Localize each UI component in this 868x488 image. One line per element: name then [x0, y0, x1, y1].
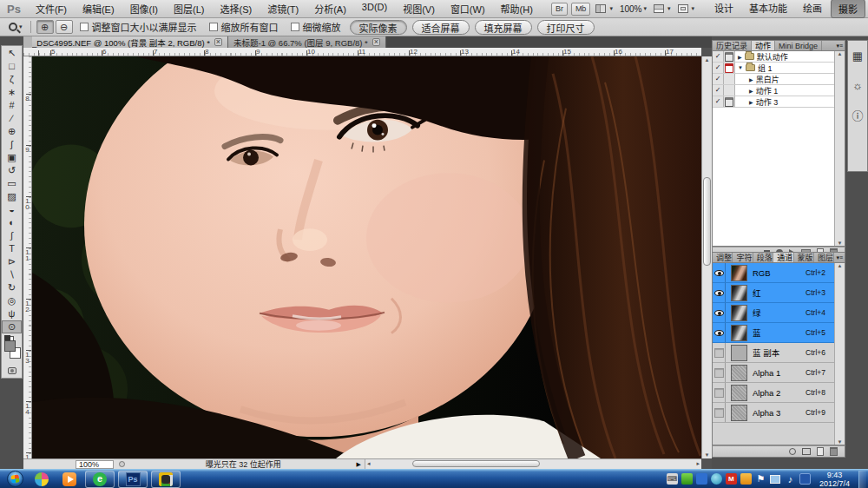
- channel-blue-copy[interactable]: 蓝 副本 Ctrl+6: [713, 343, 834, 363]
- status-menu-icon[interactable]: ▶: [357, 461, 361, 468]
- healing-brush-tool[interactable]: ⊕: [2, 125, 22, 138]
- document-tab-untitled-1[interactable]: 未标题-1 @ 66.7% (图层 9, RGB/8) * ×: [228, 36, 386, 48]
- brush-tool[interactable]: ʃ: [2, 138, 22, 151]
- action-black-white[interactable]: ✓ ▶ 黑白片: [713, 74, 834, 85]
- taskbar-icon-pptv[interactable]: [57, 471, 82, 488]
- lasso-tool[interactable]: ζ: [2, 73, 22, 86]
- scroll-up-icon[interactable]: ▲: [702, 57, 712, 63]
- visibility-toggle[interactable]: [713, 263, 726, 282]
- eraser-tool[interactable]: ▭: [2, 177, 22, 190]
- screen-mode-button[interactable]: ▾: [678, 4, 695, 13]
- tab-channels[interactable]: 通道: [773, 253, 793, 262]
- channel-green[interactable]: 绿 Ctrl+4: [713, 303, 834, 323]
- status-zoom-field[interactable]: 100%: [76, 460, 114, 469]
- action-set-default[interactable]: ✓ ▶ 默认动作: [713, 51, 834, 63]
- workspace-photography[interactable]: 摄影: [831, 0, 865, 18]
- color-swatches[interactable]: [2, 335, 22, 365]
- menu-help[interactable]: 帮助(H): [493, 2, 541, 16]
- taskbar-clock[interactable]: 9:43 2012/7/4: [814, 471, 855, 488]
- action-enabled-checkbox[interactable]: ✓: [713, 96, 724, 107]
- scrollbar-thumb[interactable]: [412, 460, 540, 467]
- action-dialog-toggle[interactable]: [724, 96, 735, 107]
- action-enabled-checkbox[interactable]: ✓: [713, 51, 724, 62]
- network-icon[interactable]: [770, 473, 781, 485]
- vertical-scrollbar[interactable]: ▲ ▼: [701, 56, 712, 458]
- menu-file[interactable]: 文件(F): [28, 2, 75, 16]
- actual-pixels-button[interactable]: 实际像素: [350, 20, 407, 35]
- scrubby-zoom-checkbox[interactable]: 细微缩放: [291, 20, 341, 34]
- workspace-essentials[interactable]: 基本功能: [742, 0, 794, 18]
- updater-icon[interactable]: [740, 473, 752, 485]
- expand-caret-icon[interactable]: ▶: [749, 99, 753, 105]
- panel-menu-icon[interactable]: ▾≡: [834, 41, 845, 50]
- channels-scrollbar[interactable]: ▲ ▼: [834, 263, 845, 445]
- menu-edit[interactable]: 编辑(E): [75, 2, 122, 16]
- tab-history[interactable]: 历史记录: [713, 41, 752, 50]
- volume-icon[interactable]: ♪: [785, 473, 796, 485]
- horizontal-scrollbar[interactable]: ◂ ▸: [365, 459, 701, 469]
- scrollbar-thumb[interactable]: [703, 177, 711, 266]
- channel-alpha-2[interactable]: Alpha 2 Ctrl+8: [713, 383, 834, 403]
- visibility-toggle[interactable]: [713, 283, 726, 302]
- input-method-icon[interactable]: [799, 473, 811, 485]
- clone-stamp-tool[interactable]: ▣: [2, 151, 22, 164]
- view-extras-button[interactable]: ▾: [595, 4, 613, 13]
- menu-analysis[interactable]: 分析(A): [306, 2, 354, 16]
- resize-windows-checkbox[interactable]: 调整窗口大小以满屏显示: [80, 20, 197, 34]
- channel-blue[interactable]: 蓝 Ctrl+5: [713, 323, 834, 343]
- expand-caret-icon[interactable]: ▼: [738, 65, 743, 70]
- close-icon[interactable]: ×: [214, 38, 222, 46]
- channel-alpha-1[interactable]: Alpha 1 Ctrl+7: [713, 363, 834, 383]
- fit-screen-button[interactable]: 适合屏幕: [412, 20, 470, 35]
- menu-image[interactable]: 图像(I): [122, 2, 166, 16]
- arrange-documents-button[interactable]: ▾: [654, 4, 671, 13]
- channel-red[interactable]: 红 Ctrl+3: [713, 283, 834, 303]
- pen-tool[interactable]: ∫: [2, 229, 22, 242]
- scroll-up-icon[interactable]: ▲: [835, 51, 845, 56]
- mail-icon[interactable]: M: [726, 473, 737, 485]
- foreground-color-swatch[interactable]: [4, 340, 16, 352]
- workspace-design[interactable]: 设计: [707, 0, 740, 18]
- scroll-right-icon[interactable]: ▸: [696, 460, 700, 467]
- blur-tool[interactable]: ◒: [2, 203, 22, 216]
- action-dialog-toggle[interactable]: [724, 51, 735, 62]
- menu-3d[interactable]: 3D(D): [354, 2, 395, 16]
- action-dialog-toggle[interactable]: [724, 74, 735, 84]
- 3d-rotate-tool[interactable]: ↻: [2, 281, 22, 294]
- gradient-tool[interactable]: ▨: [2, 190, 22, 203]
- scroll-down-icon[interactable]: ▼: [702, 452, 712, 458]
- tab-actions[interactable]: 动作: [752, 41, 775, 50]
- taskbar-button-thunder[interactable]: [151, 471, 181, 488]
- channel-alpha-3[interactable]: Alpha 3 Ctrl+9: [713, 403, 834, 423]
- menu-window[interactable]: 窗口(W): [443, 2, 493, 16]
- messenger-icon[interactable]: [696, 473, 707, 485]
- action-enabled-checkbox[interactable]: ✓: [713, 85, 724, 96]
- zoom-in-mode-button[interactable]: ⊕: [36, 20, 54, 34]
- show-desktop-button[interactable]: [858, 471, 866, 488]
- new-channel-icon[interactable]: [817, 447, 824, 456]
- start-button[interactable]: [2, 471, 28, 488]
- print-size-button[interactable]: 打印尺寸: [537, 20, 595, 35]
- taskbar-icon-media-player[interactable]: [30, 471, 54, 488]
- tab-paragraph[interactable]: 段落: [753, 253, 773, 262]
- action-set-group-1[interactable]: ✓ ▼ 组 1: [713, 63, 834, 74]
- scroll-up-icon[interactable]: ▲: [835, 263, 845, 268]
- line-tool[interactable]: ∖: [2, 268, 22, 281]
- expand-caret-icon[interactable]: ▶: [738, 54, 742, 60]
- bridge-button[interactable]: Br: [551, 3, 568, 16]
- visibility-toggle[interactable]: [713, 303, 726, 322]
- tab-layers[interactable]: 图层: [814, 253, 834, 262]
- channel-rgb[interactable]: RGB Ctrl+2: [713, 263, 834, 283]
- scroll-down-icon[interactable]: ▼: [835, 241, 845, 246]
- tab-adjustments[interactable]: 调整: [713, 253, 733, 262]
- scroll-left-icon[interactable]: ◂: [367, 460, 371, 467]
- touch-keyboard-icon[interactable]: ⌨: [667, 473, 678, 485]
- collapsed-panel-info-icon[interactable]: ⓘ: [850, 107, 865, 122]
- fill-screen-button[interactable]: 填充屏幕: [475, 20, 532, 35]
- workspace-painting[interactable]: 绘画: [796, 0, 829, 18]
- zoom-level-control[interactable]: 100% ▾: [620, 4, 647, 14]
- zoom-tool[interactable]: ⊙: [2, 320, 22, 333]
- taskbar-button-photoshop[interactable]: Ps: [118, 471, 148, 488]
- eyedropper-tool[interactable]: ∕: [2, 112, 22, 125]
- delete-icon[interactable]: [830, 447, 838, 456]
